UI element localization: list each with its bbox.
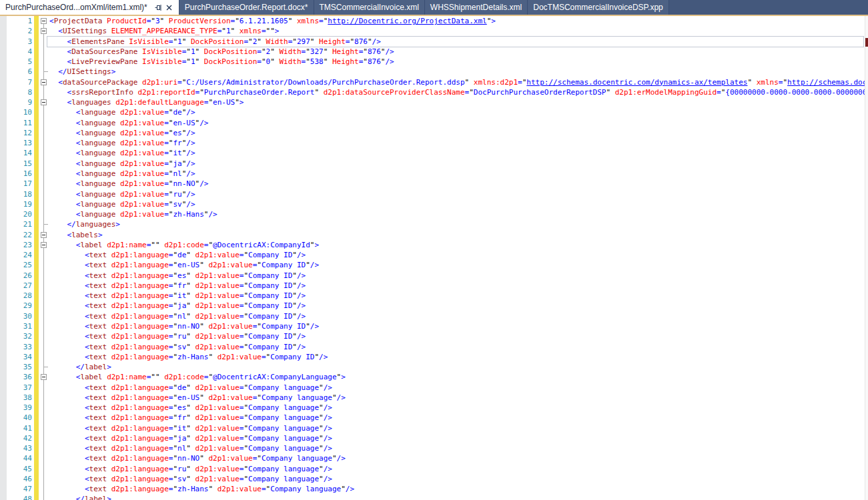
code-line[interactable]: 16 <language d2p1:value="nl"/> — [0, 169, 865, 179]
line-number[interactable]: 5 — [0, 57, 32, 67]
code-line[interactable]: 19 <language d2p1:value="sv"/> — [0, 199, 865, 209]
line-number[interactable]: 32 — [0, 331, 32, 341]
code-line[interactable]: 1<ProjectData ProductId="3" ProductVersi… — [0, 16, 865, 26]
code-line[interactable]: 11 <language d2p1:value="en-US"/> — [0, 118, 865, 128]
line-number[interactable]: 44 — [0, 453, 32, 463]
line-number[interactable]: 9 — [0, 97, 32, 107]
line-number[interactable]: 7 — [0, 77, 32, 87]
line-number[interactable]: 37 — [0, 383, 32, 393]
xml-editor-pane[interactable]: 1<ProjectData ProductId="3" ProductVersi… — [0, 16, 868, 500]
code-line[interactable]: 41 <text d2p1:language="it" d2p1:value="… — [0, 423, 865, 433]
code-line[interactable]: 39 <text d2p1:language="es" d2p1:value="… — [0, 403, 865, 413]
code-line[interactable]: 7 <dataSourcePackage d2p1:uri="C:/Users/… — [0, 77, 865, 87]
line-number[interactable]: 15 — [0, 159, 32, 169]
code-line[interactable]: 4 <DataSourcesPane IsVisible="1" DockPos… — [0, 47, 865, 57]
line-number[interactable]: 21 — [0, 219, 32, 229]
code-line[interactable]: 32 <text d2p1:language="ru" d2p1:value="… — [0, 331, 865, 341]
code-line[interactable]: 35 </label> — [0, 362, 865, 372]
fold-collapse-icon[interactable] — [41, 232, 47, 238]
code-line[interactable]: 10 <language d2p1:value="de"/> — [0, 107, 865, 117]
line-number[interactable]: 2 — [0, 26, 32, 36]
code-line[interactable]: 9 <languages d2p1:defaultLanguage="en-US… — [0, 97, 865, 107]
document-tab-3[interactable]: TMSCommercialInvoice.xml — [314, 0, 425, 15]
code-line[interactable]: 36 <label d2p1:name="" d2p1:code="@Docen… — [0, 372, 865, 382]
vertical-scrollbar[interactable] — [865, 16, 868, 500]
code-line[interactable]: 44 <text d2p1:language="nn-NO" d2p1:valu… — [0, 453, 865, 463]
code-line[interactable]: 43 <text d2p1:language="nl" d2p1:value="… — [0, 443, 865, 453]
code-line[interactable]: 12 <language d2p1:value="es"/> — [0, 128, 865, 138]
document-tab-4[interactable]: WHSShipmentDetails.xml — [425, 0, 528, 15]
code-line[interactable]: 33 <text d2p1:language="sv" d2p1:value="… — [0, 342, 865, 352]
code-line[interactable]: 13 <language d2p1:value="fr"/> — [0, 138, 865, 148]
line-number[interactable]: 33 — [0, 342, 32, 352]
code-line[interactable]: 47 <text d2p1:language="zh-Hans" d2p1:va… — [0, 484, 865, 494]
line-number[interactable]: 12 — [0, 128, 32, 138]
pin-tab-icon[interactable] — [154, 3, 163, 12]
fold-collapse-icon[interactable] — [41, 28, 47, 34]
line-number[interactable]: 45 — [0, 464, 32, 474]
code-area[interactable]: 1<ProjectData ProductId="3" ProductVersi… — [0, 16, 865, 500]
code-line[interactable]: 23 <label d2p1:name="" d2p1:code="@Docen… — [0, 240, 865, 250]
document-tab-5[interactable]: DocTMSCommercialInvoiceDSP.xpp — [528, 0, 669, 15]
line-number[interactable]: 29 — [0, 301, 32, 311]
line-number[interactable]: 30 — [0, 311, 32, 321]
line-number[interactable]: 23 — [0, 240, 32, 250]
line-number[interactable]: 4 — [0, 47, 32, 57]
line-number[interactable]: 40 — [0, 413, 32, 423]
code-line[interactable]: 24 <text d2p1:language="de" d2p1:value="… — [0, 250, 865, 260]
code-line[interactable]: 29 <text d2p1:language="ja" d2p1:value="… — [0, 301, 865, 311]
code-line[interactable]: 3 <ElementsPane IsVisible="1" DockPositi… — [0, 37, 865, 47]
line-number[interactable]: 48 — [0, 494, 32, 500]
line-number[interactable]: 28 — [0, 291, 32, 301]
line-number[interactable]: 16 — [0, 169, 32, 179]
code-line[interactable]: 22 <labels> — [0, 230, 865, 240]
line-number[interactable]: 35 — [0, 362, 32, 372]
line-number[interactable]: 24 — [0, 250, 32, 260]
line-number[interactable]: 47 — [0, 484, 32, 494]
code-line[interactable]: 46 <text d2p1:language="sv" d2p1:value="… — [0, 474, 865, 484]
line-number[interactable]: 39 — [0, 403, 32, 413]
code-line[interactable]: 28 <text d2p1:language="it" d2p1:value="… — [0, 291, 865, 301]
line-number[interactable]: 42 — [0, 433, 32, 443]
line-number[interactable]: 1 — [0, 16, 32, 26]
fold-collapse-icon[interactable] — [41, 99, 47, 105]
line-number[interactable]: 22 — [0, 230, 32, 240]
code-line[interactable]: 38 <text d2p1:language="en-US" d2p1:valu… — [0, 393, 865, 403]
line-number[interactable]: 31 — [0, 321, 32, 331]
line-number[interactable]: 46 — [0, 474, 32, 484]
line-number[interactable]: 20 — [0, 209, 32, 219]
code-line[interactable]: 26 <text d2p1:language="es" d2p1:value="… — [0, 271, 865, 281]
line-number[interactable]: 26 — [0, 271, 32, 281]
code-line[interactable]: 20 <language d2p1:value="zh-Hans"/> — [0, 209, 865, 219]
close-tab-icon[interactable] — [165, 3, 173, 12]
line-number[interactable]: 10 — [0, 107, 32, 117]
code-line[interactable]: 5 <LivePreviewPane IsVisible="1" DockPos… — [0, 57, 865, 67]
code-line[interactable]: 15 <language d2p1:value="ja"/> — [0, 159, 865, 169]
line-number[interactable]: 8 — [0, 87, 32, 97]
document-tab-1[interactable]: PurchPurchaseOrd...omXml/item1.xml)* — [0, 0, 179, 15]
code-line[interactable]: 14 <language d2p1:value="it"/> — [0, 148, 865, 158]
line-number[interactable]: 43 — [0, 443, 32, 453]
line-number[interactable]: 19 — [0, 199, 32, 209]
code-line[interactable]: 48 </label> — [0, 494, 865, 500]
line-number[interactable]: 3 — [0, 37, 32, 47]
line-number[interactable]: 38 — [0, 393, 32, 403]
line-number[interactable]: 41 — [0, 423, 32, 433]
fold-collapse-icon[interactable] — [41, 79, 47, 85]
line-number[interactable]: 27 — [0, 281, 32, 291]
code-line[interactable]: 31 <text d2p1:language="nn-NO" d2p1:valu… — [0, 321, 865, 331]
code-line[interactable]: 8 <ssrsReportInfo d2p1:reportId="PurchPu… — [0, 87, 865, 97]
code-line[interactable]: 37 <text d2p1:language="de" d2p1:value="… — [0, 383, 865, 393]
line-number[interactable]: 25 — [0, 260, 32, 270]
code-line[interactable]: 27 <text d2p1:language="fr" d2p1:value="… — [0, 281, 865, 291]
code-line[interactable]: 25 <text d2p1:language="en-US" d2p1:valu… — [0, 260, 865, 270]
code-line[interactable]: 6 </UISettings> — [0, 67, 865, 77]
line-number[interactable]: 6 — [0, 67, 32, 77]
fold-collapse-icon[interactable] — [41, 18, 47, 24]
code-line[interactable]: 2 <UISettings ELEMENT_APPEAREANCE_TYPE="… — [0, 26, 865, 36]
code-line[interactable]: 30 <text d2p1:language="nl" d2p1:value="… — [0, 311, 865, 321]
line-number[interactable]: 34 — [0, 352, 32, 362]
code-line[interactable]: 18 <language d2p1:value="ru"/> — [0, 189, 865, 199]
code-line[interactable]: 34 <text d2p1:language="zh-Hans" d2p1:va… — [0, 352, 865, 362]
fold-collapse-icon[interactable] — [41, 242, 47, 248]
